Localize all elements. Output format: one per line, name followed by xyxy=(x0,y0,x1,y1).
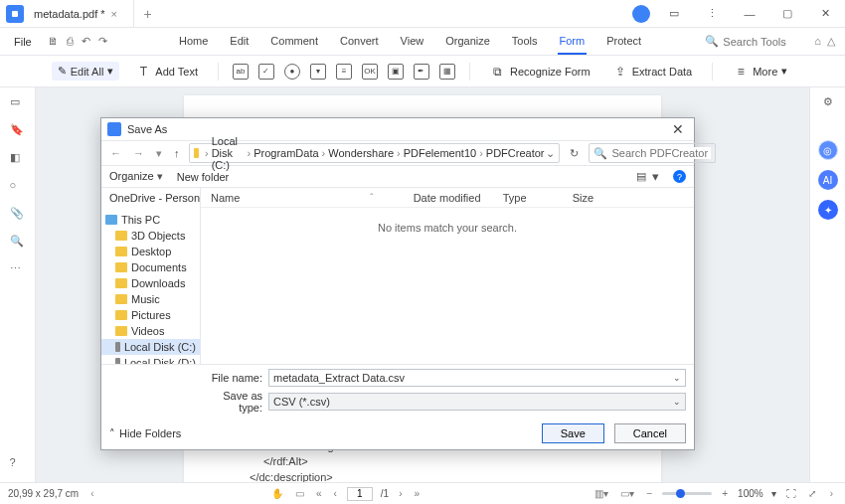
thumbnails-icon[interactable]: ▭ xyxy=(10,95,26,111)
hand-tool-icon[interactable]: ✋ xyxy=(269,488,285,499)
view-mode-menu[interactable]: ▤▾ xyxy=(636,169,659,184)
tree-pictures[interactable]: Pictures xyxy=(101,307,200,323)
nav-forward-button[interactable]: → xyxy=(130,147,147,159)
menu-organize[interactable]: Organize xyxy=(443,29,492,55)
tree-this-pc[interactable]: This PC xyxy=(101,212,200,228)
menu-form[interactable]: Form xyxy=(558,29,588,55)
extract-data-button[interactable]: ⇪ Extract Data xyxy=(606,61,699,83)
close-window-button[interactable]: ✕ xyxy=(811,1,839,27)
combobox-icon[interactable]: ▾ xyxy=(310,64,326,80)
organize-menu[interactable]: Organize ▾ xyxy=(109,170,163,183)
document-tab[interactable]: metadata.pdf * × xyxy=(24,0,134,27)
bell-icon[interactable]: △ xyxy=(827,35,835,48)
signature-field-icon[interactable]: ✒ xyxy=(414,64,429,80)
crumb-1[interactable]: ProgramData xyxy=(254,147,318,159)
image-field-icon[interactable]: ▣ xyxy=(388,64,404,80)
tree-onedrive[interactable]: OneDrive - Person xyxy=(101,190,200,206)
col-size[interactable]: Size xyxy=(573,192,622,204)
saveastype-dropdown[interactable]: CSV (*.csv) ⌄ xyxy=(268,393,686,411)
add-text-button[interactable]: T Add Text xyxy=(129,61,204,83)
search-tools-input[interactable] xyxy=(723,36,802,48)
dialog-help-icon[interactable]: ? xyxy=(673,170,686,183)
window-menu-icon[interactable]: ▭ xyxy=(660,1,688,27)
save-button[interactable]: Save xyxy=(542,423,604,443)
bookmarks-icon[interactable]: 🔖 xyxy=(10,123,26,139)
textfield-icon[interactable]: ab xyxy=(233,64,249,80)
date-field-icon[interactable]: ▦ xyxy=(439,64,455,80)
view-mode-2-icon[interactable]: ▭▾ xyxy=(618,488,636,499)
save-icon[interactable]: 🗎 xyxy=(48,35,59,48)
recognize-form-button[interactable]: ⧉ Recognize Form xyxy=(484,61,596,83)
ai-tool-1-icon[interactable]: ◎ xyxy=(818,140,838,160)
hide-folders-toggle[interactable]: ˄ Hide Folders xyxy=(109,427,181,440)
ai-tool-3-icon[interactable]: ✦ xyxy=(818,200,838,220)
address-bar[interactable]: › Local Disk (C:)› ProgramData› Wondersh… xyxy=(189,143,561,163)
last-page-icon[interactable]: » xyxy=(412,488,422,499)
tree-desktop[interactable]: Desktop xyxy=(101,244,200,259)
col-type[interactable]: Type xyxy=(503,192,573,204)
radio-icon[interactable]: ● xyxy=(284,64,300,80)
chevron-down-icon[interactable]: ⌄ xyxy=(673,373,681,383)
nav-up-button[interactable]: ↑ xyxy=(171,147,183,159)
scroll-right-button[interactable]: › xyxy=(826,488,837,499)
edit-all-button[interactable]: ✎ Edit All ▾ xyxy=(52,62,120,81)
fit-width-icon[interactable]: ⛶ xyxy=(784,488,798,499)
zoom-in-icon[interactable]: + xyxy=(720,488,730,499)
menu-comment[interactable]: Comment xyxy=(268,29,320,55)
first-page-icon[interactable]: « xyxy=(314,488,324,499)
dialog-search-input[interactable] xyxy=(611,147,711,159)
listbox-icon[interactable]: ≡ xyxy=(336,64,352,80)
tree-3d-objects[interactable]: 3D Objects xyxy=(101,228,200,244)
menu-tools[interactable]: Tools xyxy=(510,29,540,55)
col-date[interactable]: Date modified xyxy=(414,192,503,204)
dialog-search[interactable]: 🔍 xyxy=(589,143,716,163)
cancel-button[interactable]: Cancel xyxy=(614,423,686,443)
nav-back-button[interactable]: ← xyxy=(107,147,124,159)
zoom-caret-icon[interactable]: ▾ xyxy=(771,488,776,499)
print-icon[interactable]: ⎙ xyxy=(67,35,74,48)
close-tab-icon[interactable]: × xyxy=(111,8,123,20)
cloud-icon[interactable]: ⌂ xyxy=(814,35,821,48)
refresh-button[interactable]: ↻ xyxy=(566,147,583,160)
menu-convert[interactable]: Convert xyxy=(338,29,381,55)
help-icon[interactable]: ? xyxy=(10,456,26,472)
address-dropdown-icon[interactable]: ⌄ xyxy=(546,147,555,160)
button-field-icon[interactable]: OK xyxy=(362,64,378,80)
panel-icon[interactable]: ◧ xyxy=(10,151,26,167)
zoom-slider[interactable] xyxy=(662,492,712,495)
col-name[interactable]: Name xyxy=(211,192,370,204)
search-panel-icon[interactable]: 🔍 xyxy=(10,235,26,251)
tree-music[interactable]: Music xyxy=(101,291,200,307)
user-avatar-icon[interactable] xyxy=(632,5,650,23)
tree-downloads[interactable]: Downloads xyxy=(101,275,200,291)
file-menu[interactable]: File xyxy=(6,36,40,48)
attachments-icon[interactable]: 📎 xyxy=(10,207,26,223)
minimize-button[interactable]: — xyxy=(736,1,763,27)
filename-input[interactable]: metadata_Extract Data.csv ⌄ xyxy=(268,369,686,387)
tree-local-disk-d[interactable]: Local Disk (D:) xyxy=(101,355,200,364)
tree-local-disk-c[interactable]: Local Disk (C:) xyxy=(101,339,200,355)
maximize-button[interactable]: ▢ xyxy=(773,1,801,27)
page-number-input[interactable] xyxy=(347,487,373,501)
select-tool-icon[interactable]: ▭ xyxy=(293,488,306,499)
menu-view[interactable]: View xyxy=(399,29,426,55)
tree-documents[interactable]: Documents xyxy=(101,259,200,275)
tree-videos[interactable]: Videos xyxy=(101,323,200,339)
menu-edit[interactable]: Edit xyxy=(228,29,251,55)
menu-home[interactable]: Home xyxy=(177,29,210,55)
checkbox-icon[interactable]: ✓ xyxy=(258,64,274,80)
undo-icon[interactable]: ↶ xyxy=(82,35,90,48)
new-folder-button[interactable]: New folder xyxy=(177,171,230,183)
next-page-icon[interactable]: › xyxy=(397,488,404,499)
crumb-4[interactable]: PDFCreator xyxy=(486,147,545,159)
chevron-down-icon[interactable]: ⌄ xyxy=(673,397,681,407)
zoom-out-icon[interactable]: − xyxy=(644,488,654,499)
menu-protect[interactable]: Protect xyxy=(604,29,643,55)
redo-icon[interactable]: ↷ xyxy=(98,35,107,48)
kebab-menu-icon[interactable]: ⋮ xyxy=(698,1,726,27)
new-tab-button[interactable]: + xyxy=(134,6,162,22)
more-button[interactable]: ≡ More ▾ xyxy=(727,61,793,83)
fullscreen-icon[interactable]: ⤢ xyxy=(806,488,818,499)
more-panel-icon[interactable]: ⋯ xyxy=(10,262,26,278)
search-tools[interactable]: 🔍 xyxy=(705,35,802,48)
